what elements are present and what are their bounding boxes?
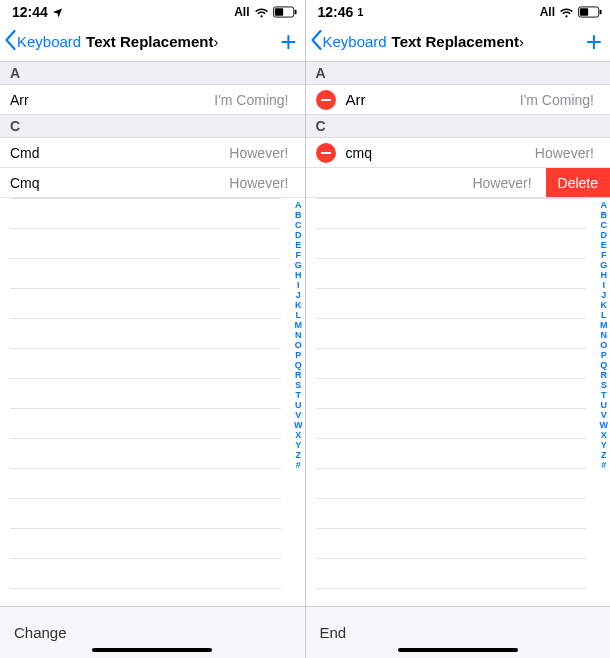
alpha-index-letter[interactable]: U bbox=[600, 400, 609, 410]
alpha-index-letter[interactable]: A bbox=[600, 200, 609, 210]
alpha-index-letter[interactable]: D bbox=[600, 230, 609, 240]
alpha-index-letter[interactable]: B bbox=[294, 210, 303, 220]
alpha-index-letter[interactable]: M bbox=[294, 320, 303, 330]
battery-icon bbox=[578, 6, 602, 18]
alpha-index-letter[interactable]: T bbox=[600, 390, 609, 400]
alpha-index-letter[interactable]: N bbox=[600, 330, 609, 340]
alpha-index-letter[interactable]: G bbox=[294, 260, 303, 270]
alpha-index-letter[interactable]: Z bbox=[600, 450, 609, 460]
home-indicator[interactable] bbox=[92, 648, 212, 652]
alpha-index-letter[interactable]: R bbox=[294, 370, 303, 380]
svg-rect-4 bbox=[580, 8, 588, 15]
alpha-index-letter[interactable]: X bbox=[294, 430, 303, 440]
status-time: 12:46 bbox=[318, 4, 354, 20]
status-right: All bbox=[234, 5, 296, 19]
alpha-index-letter[interactable]: L bbox=[294, 310, 303, 320]
alpha-index-letter[interactable]: V bbox=[294, 410, 303, 420]
nav-bar: Keyboard Text Replacement› + bbox=[0, 22, 305, 62]
alpha-index-letter[interactable]: A bbox=[294, 200, 303, 210]
section-header-a: A bbox=[0, 62, 305, 85]
status-left: 12:46 1 bbox=[318, 4, 364, 20]
alpha-index-letter[interactable]: X bbox=[600, 430, 609, 440]
alpha-index-letter[interactable]: H bbox=[600, 270, 609, 280]
home-indicator[interactable] bbox=[398, 648, 518, 652]
alpha-index-letter[interactable]: Y bbox=[600, 440, 609, 450]
footer-label[interactable]: End bbox=[320, 624, 347, 641]
wifi-icon bbox=[254, 7, 269, 18]
alpha-index-letter[interactable]: O bbox=[600, 340, 609, 350]
alpha-index-letter[interactable]: T bbox=[294, 390, 303, 400]
svg-rect-2 bbox=[294, 10, 296, 15]
status-right: All bbox=[540, 5, 602, 19]
alpha-index-letter[interactable]: Q bbox=[600, 360, 609, 370]
back-button[interactable]: Keyboard bbox=[0, 30, 81, 53]
status-bar: 12:46 1 All bbox=[306, 0, 611, 22]
alpha-index-letter[interactable]: W bbox=[294, 420, 303, 430]
alpha-index-letter[interactable]: O bbox=[294, 340, 303, 350]
delete-minus-icon[interactable] bbox=[316, 143, 336, 163]
svg-rect-5 bbox=[600, 10, 602, 15]
add-button[interactable]: + bbox=[586, 28, 602, 56]
nav-bar: Keyboard Text Replacement› + bbox=[306, 22, 611, 62]
alpha-index-letter[interactable]: K bbox=[600, 300, 609, 310]
alpha-index-letter[interactable]: P bbox=[600, 350, 609, 360]
phrase-text: I'm Coming! bbox=[29, 92, 295, 108]
alpha-index-letter[interactable]: F bbox=[600, 250, 609, 260]
list-item[interactable]: Arr I'm Coming! bbox=[0, 85, 305, 115]
alpha-index-letter[interactable]: I bbox=[294, 280, 303, 290]
alpha-index-letter[interactable]: C bbox=[294, 220, 303, 230]
alpha-index-letter[interactable]: Z bbox=[294, 450, 303, 460]
list-item-swiped[interactable]: However! Delete bbox=[306, 168, 611, 198]
list-item[interactable]: Arr I'm Coming! bbox=[306, 85, 611, 115]
alpha-index-letter[interactable]: L bbox=[600, 310, 609, 320]
alpha-index-letter[interactable]: # bbox=[600, 460, 609, 470]
alpha-index-letter[interactable]: Q bbox=[294, 360, 303, 370]
list-item[interactable]: cmq However! bbox=[306, 138, 611, 168]
add-button[interactable]: + bbox=[280, 28, 296, 56]
list-item[interactable]: Cmd However! bbox=[0, 138, 305, 168]
alpha-index-letter[interactable]: B bbox=[600, 210, 609, 220]
delete-button[interactable]: Delete bbox=[546, 168, 610, 197]
alpha-index-letter[interactable]: Y bbox=[294, 440, 303, 450]
left-pane: 12:44 All Keyboard bbox=[0, 0, 306, 658]
alpha-index-letter[interactable]: U bbox=[294, 400, 303, 410]
battery-icon bbox=[273, 6, 297, 18]
alpha-index-letter[interactable]: D bbox=[294, 230, 303, 240]
alpha-index-letter[interactable]: S bbox=[294, 380, 303, 390]
alpha-index-letter[interactable]: # bbox=[294, 460, 303, 470]
shortcut-text: Arr bbox=[346, 91, 366, 108]
alpha-index-letter[interactable]: S bbox=[600, 380, 609, 390]
alpha-index-letter[interactable]: J bbox=[294, 290, 303, 300]
alpha-index-letter[interactable]: V bbox=[600, 410, 609, 420]
alpha-index-letter[interactable]: C bbox=[600, 220, 609, 230]
alpha-index-letter[interactable]: W bbox=[600, 420, 609, 430]
alpha-index[interactable]: ABCDEFGHIJKLMNOPQRSTUVWXYZ# bbox=[294, 200, 303, 470]
alpha-index-letter[interactable]: P bbox=[294, 350, 303, 360]
alpha-index-letter[interactable]: H bbox=[294, 270, 303, 280]
alpha-index-letter[interactable]: N bbox=[294, 330, 303, 340]
chevron-left-icon bbox=[310, 30, 323, 53]
alpha-index-letter[interactable]: R bbox=[600, 370, 609, 380]
alpha-index-letter[interactable]: I bbox=[600, 280, 609, 290]
alpha-index-letter[interactable]: E bbox=[600, 240, 609, 250]
delete-minus-icon[interactable] bbox=[316, 90, 336, 110]
alpha-index-letter[interactable]: K bbox=[294, 300, 303, 310]
network-label: All bbox=[540, 5, 555, 19]
footer-bar: Change bbox=[0, 606, 305, 658]
list-item[interactable]: Cmq However! bbox=[0, 168, 305, 198]
alpha-index-letter[interactable]: E bbox=[294, 240, 303, 250]
section-header-c: C bbox=[306, 115, 611, 138]
back-button[interactable]: Keyboard bbox=[306, 30, 387, 53]
phrase-text: However! bbox=[372, 145, 600, 161]
alpha-index-letter[interactable]: J bbox=[600, 290, 609, 300]
alpha-index-letter[interactable]: F bbox=[294, 250, 303, 260]
alpha-index-letter[interactable]: G bbox=[600, 260, 609, 270]
location-icon bbox=[52, 7, 63, 18]
alpha-index-letter[interactable]: M bbox=[600, 320, 609, 330]
alpha-index[interactable]: ABCDEFGHIJKLMNOPQRSTUVWXYZ# bbox=[600, 200, 609, 470]
empty-list-area bbox=[0, 198, 305, 606]
phrase-text: However! bbox=[40, 175, 295, 191]
phrase-text: However! bbox=[40, 145, 295, 161]
footer-label[interactable]: Change bbox=[14, 624, 67, 641]
shortcut-text: Arr bbox=[10, 92, 29, 108]
